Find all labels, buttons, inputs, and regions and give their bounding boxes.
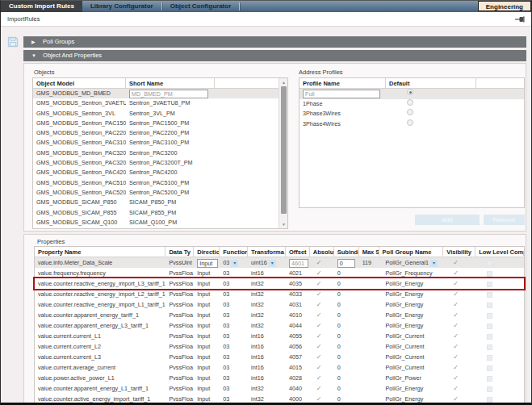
column-header-low-level-comp[interactable]: Low Level Comp xyxy=(475,247,524,257)
visibility-checkmark-icon[interactable]: ✓ xyxy=(453,353,459,361)
engineering-button[interactable]: Engineering xyxy=(478,1,531,11)
properties-table-row[interactable]: value.info.Meter_Data_ScalePvssUintInput… xyxy=(35,257,524,268)
objects-table-row[interactable]: GMS_MODBUS_Sentron_PAC5200Sentron_PAC520… xyxy=(33,188,287,198)
visibility-checkmark-icon[interactable]: ✓ xyxy=(453,311,459,319)
properties-table-row[interactable]: value.current.average_currentPvssFloaInp… xyxy=(35,362,524,373)
absolute-checkmark-icon[interactable]: ✓ xyxy=(316,374,322,382)
low-level-checkbox[interactable] xyxy=(487,271,492,277)
default-radio[interactable] xyxy=(407,109,413,115)
absolute-checkmark-icon[interactable]: ✓ xyxy=(316,259,322,266)
profiles-table-row[interactable]: 3Phase4Wires xyxy=(300,119,524,130)
scroll-down-icon[interactable]: ▼ xyxy=(281,222,287,227)
low-level-checkbox[interactable] xyxy=(487,397,492,403)
default-radio[interactable] xyxy=(407,99,413,106)
absolute-checkmark-icon[interactable]: ✓ xyxy=(316,269,322,277)
column-header-absolu[interactable]: Absolu xyxy=(310,247,334,257)
column-header-visibility[interactable]: Visibility xyxy=(443,247,475,257)
low-level-checkbox[interactable] xyxy=(487,324,492,329)
column-header-max-s[interactable]: Max S xyxy=(359,247,379,257)
column-header-default[interactable]: Default xyxy=(386,78,476,88)
objects-table-row[interactable]: GMS_MODBUS_SICAM_P855SICAM_P855_PM xyxy=(33,208,287,218)
offset-input[interactable]: 4601 xyxy=(289,259,308,268)
column-header-subinde[interactable]: Subinde xyxy=(334,247,359,257)
objects-table-row[interactable]: GMS_MODBUS_Sentron_PAC5100Sentron_PAC510… xyxy=(33,178,287,188)
objects-table-row[interactable]: GMS_MODBUS_MD_BMEDMD_BMED_PM xyxy=(33,89,287,98)
low-level-checkbox[interactable] xyxy=(487,376,492,382)
visibility-checkmark-icon[interactable]: ✓ xyxy=(453,269,459,277)
absolute-checkmark-icon[interactable]: ✓ xyxy=(316,364,322,371)
scroll-up-icon[interactable]: ▲ xyxy=(281,80,287,85)
subindex-input[interactable]: 0 xyxy=(337,259,355,268)
objects-table-row[interactable]: GMS_MODBUS_Sentron_PAC3200TSentron_PAC32… xyxy=(33,158,287,168)
function-dropdown-icon[interactable]: ▾ xyxy=(231,260,238,267)
column-header-object-model[interactable]: Object Model xyxy=(33,78,126,88)
column-header-directio[interactable]: Directio xyxy=(194,247,220,257)
visibility-checkmark-icon[interactable]: ✓ xyxy=(453,322,459,329)
low-level-checkbox[interactable] xyxy=(487,386,492,392)
objects-table-row[interactable]: GMS_MODBUS_Sentron_PAC4200Sentron_PAC420… xyxy=(33,168,287,177)
column-header-poll-group-name[interactable]: Poll Group Name xyxy=(379,247,444,257)
properties-table-row[interactable]: value.counter.active_energy_import_tarif… xyxy=(35,394,524,404)
column-header-function[interactable]: Function xyxy=(220,247,248,257)
objects-scrollbar[interactable]: ▲ ▼ xyxy=(279,78,287,228)
tab-object-configurator[interactable]: Object Configurator xyxy=(162,1,240,12)
objects-table-row[interactable]: GMS_MODBUS_SICAM_P850SICAM_P850_PM xyxy=(33,198,287,207)
properties-table-row[interactable]: value.counter.apparent_energy_tariff_1Pv… xyxy=(35,310,524,320)
properties-table-row-highlighted[interactable]: value.counter.reactive_energy_import_L3_… xyxy=(35,278,524,289)
visibility-checkmark-icon[interactable]: ✓ xyxy=(453,332,459,340)
low-level-checkbox[interactable] xyxy=(487,334,492,340)
properties-table-row[interactable]: value.counter.reactive_energy_import_L1_… xyxy=(35,299,524,310)
column-header-blank[interactable] xyxy=(476,78,524,88)
properties-table-row[interactable]: value.current.current_L1PvssFloaInput03i… xyxy=(35,331,524,341)
visibility-checkmark-icon[interactable]: ✓ xyxy=(453,280,459,287)
absolute-checkmark-icon[interactable]: ✓ xyxy=(316,385,322,392)
default-radio[interactable] xyxy=(407,119,413,126)
absolute-checkmark-icon[interactable]: ✓ xyxy=(316,395,322,403)
low-level-checkbox[interactable] xyxy=(487,292,492,298)
scrollbar-thumb[interactable] xyxy=(281,86,287,214)
absolute-checkmark-icon[interactable]: ✓ xyxy=(316,301,322,308)
low-level-checkbox[interactable] xyxy=(487,303,492,308)
poll-group-dropdown-icon[interactable]: ▾ xyxy=(430,260,438,267)
properties-table-row[interactable]: value.current.current_L2PvssFloaInput03i… xyxy=(35,341,524,352)
visibility-checkmark-icon[interactable]: ✓ xyxy=(453,290,459,298)
tab-library-configurator[interactable]: Library Configurator xyxy=(82,1,161,12)
profiles-table-row[interactable]: Full xyxy=(300,89,524,99)
absolute-checkmark-icon[interactable]: ✓ xyxy=(316,322,322,329)
poll-groups-header[interactable]: ▶ Poll Groups xyxy=(23,36,526,48)
save-icon[interactable] xyxy=(7,36,19,48)
low-level-checkbox[interactable] xyxy=(487,261,492,266)
absolute-checkmark-icon[interactable]: ✓ xyxy=(316,343,322,350)
visibility-checkmark-icon[interactable]: ✓ xyxy=(453,343,459,350)
visibility-checkmark-icon[interactable]: ✓ xyxy=(453,259,459,266)
profiles-table-row[interactable]: 1Phase xyxy=(300,99,524,110)
low-level-checkbox[interactable] xyxy=(487,344,492,350)
objects-table-row[interactable]: GMS_MODBUS_SICAM_Q100SICAM_Q100_PM xyxy=(33,218,287,228)
transform-dropdown-icon[interactable]: ▾ xyxy=(269,260,276,267)
column-header-offset[interactable]: Offset xyxy=(286,247,310,257)
visibility-checkmark-icon[interactable]: ✓ xyxy=(453,395,459,403)
properties-table-row[interactable]: value.power.active_power_L1PvssFloaInput… xyxy=(35,373,524,383)
column-header-profile-name[interactable]: Profile Name xyxy=(300,78,386,88)
low-level-checkbox[interactable] xyxy=(487,282,492,287)
profiles-table-row[interactable]: 3Phase3Wires xyxy=(300,109,524,119)
low-level-checkbox[interactable] xyxy=(487,355,492,361)
visibility-checkmark-icon[interactable]: ✓ xyxy=(453,364,459,371)
low-level-checkbox[interactable] xyxy=(487,313,492,319)
objects-table-row[interactable]: GMS_MODBUS_Sentron_3VAETU8Sentron_3VAETU… xyxy=(33,98,287,108)
column-header-transforma[interactable]: Transforma xyxy=(248,247,286,257)
properties-table-row[interactable]: value.current.current_L3PvssFloaInput03i… xyxy=(35,352,524,362)
objects-table-row[interactable]: GMS_MODBUS_Sentron_PAC2200Sentron_PAC220… xyxy=(33,128,287,138)
pin-icon[interactable] xyxy=(515,15,525,23)
absolute-checkmark-icon[interactable]: ✓ xyxy=(316,290,322,298)
short-name-input[interactable]: MD_BMED_PM xyxy=(129,90,208,98)
properties-table-row[interactable]: value.frequency.frequencyPvssFloaInput03… xyxy=(35,268,524,278)
default-radio[interactable] xyxy=(407,89,413,95)
objects-table-row[interactable]: GMS_MODBUS_Sentron_PAC3200Sentron_PAC320… xyxy=(33,148,287,158)
tab-custom-import-rules[interactable]: Custom Import Rules xyxy=(1,1,82,12)
remove-button[interactable]: Remove xyxy=(484,215,525,225)
properties-table-row[interactable]: value.counter.apparent_energy_L3_tariff_… xyxy=(35,320,524,331)
column-header-data-ty[interactable]: Data Ty xyxy=(165,247,194,257)
absolute-checkmark-icon[interactable]: ✓ xyxy=(316,280,322,287)
column-header-blank[interactable] xyxy=(215,78,280,88)
